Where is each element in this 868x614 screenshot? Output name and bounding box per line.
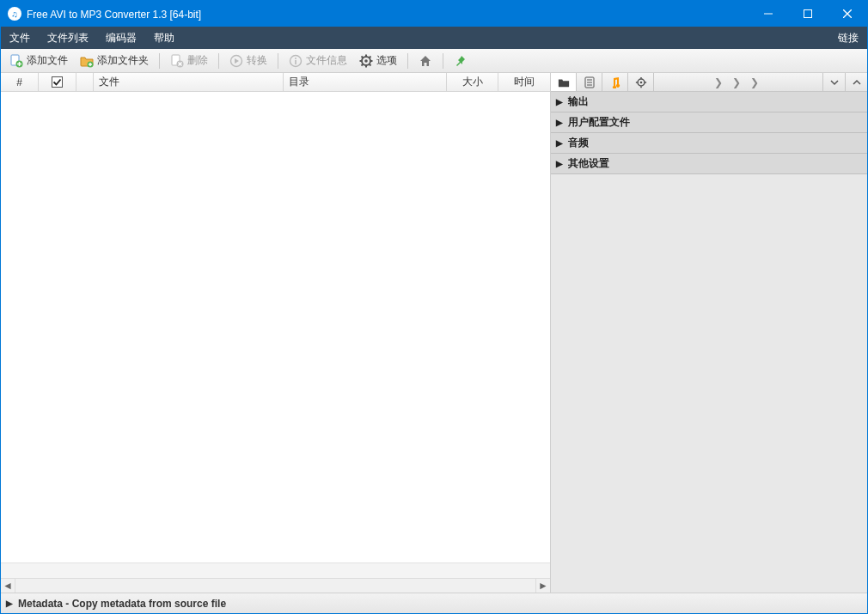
checkbox-icon <box>52 76 63 88</box>
toolbar-separator <box>218 53 219 69</box>
convert-icon <box>229 54 243 68</box>
expand-indicator[interactable]: ❯ ❯ ❯ <box>654 73 822 91</box>
svg-rect-30 <box>52 77 63 88</box>
footer-bar[interactable]: ▶ Metadata - Copy metadata from source f… <box>1 593 867 613</box>
minimize-button[interactable] <box>749 1 788 27</box>
settings-panel: ❯ ❯ ❯ ▶ 输出 ▶ 用户配置文件 ▶ 音频 ▶ 其他设置 <box>551 73 867 593</box>
col-number[interactable]: # <box>1 73 39 92</box>
section-other[interactable]: ▶ 其他设置 <box>551 154 867 174</box>
maximize-button[interactable] <box>788 1 828 27</box>
svg-line-27 <box>370 64 371 65</box>
chevron-right-icon: ▶ <box>6 599 13 608</box>
home-button[interactable] <box>413 52 437 70</box>
toolbar-separator <box>443 53 443 69</box>
col-size[interactable]: 大小 <box>447 73 498 92</box>
close-button[interactable] <box>828 1 867 27</box>
tab-folder[interactable] <box>551 73 577 91</box>
add-file-label: 添加文件 <box>27 53 68 68</box>
app-title: Free AVI to MP3 Converter 1.3 [64-bit] <box>27 8 201 21</box>
folder-icon <box>558 76 570 88</box>
home-icon <box>419 54 432 68</box>
menu-link[interactable]: 链接 <box>829 27 867 49</box>
section-audio[interactable]: ▶ 音频 <box>551 133 867 154</box>
chevron-right-icon: ▶ <box>556 97 563 106</box>
tab-audio[interactable] <box>602 73 628 91</box>
table-body[interactable] <box>1 92 550 562</box>
svg-line-26 <box>362 56 364 58</box>
content-area: # 文件 目录 大小 时间 ◄ ► <box>1 73 867 593</box>
scroll-right-icon[interactable]: ► <box>535 579 550 593</box>
status-row <box>1 562 550 578</box>
collapse-button[interactable] <box>822 73 845 91</box>
pin-button[interactable] <box>449 52 473 70</box>
add-file-button[interactable]: 添加文件 <box>4 52 73 70</box>
tab-document[interactable] <box>577 73 602 91</box>
section-output[interactable]: ▶ 输出 <box>551 92 867 112</box>
svg-point-21 <box>364 59 368 63</box>
close-icon <box>843 9 852 18</box>
toolbar-separator <box>159 53 160 69</box>
settings-accordion: ▶ 输出 ▶ 用户配置文件 ▶ 音频 ▶ 其他设置 <box>551 92 867 593</box>
menu-bar: 文件 文件列表 编码器 帮助 链接 <box>1 27 867 49</box>
chevron-right-icon: ▶ <box>556 159 563 168</box>
title-bar: ♫ Free AVI to MP3 Converter 1.3 [64-bit] <box>1 1 867 27</box>
scroll-left-icon[interactable]: ◄ <box>1 579 15 593</box>
menu-filelist[interactable]: 文件列表 <box>39 27 97 49</box>
app-icon: ♫ <box>8 7 21 21</box>
col-dir[interactable]: 目录 <box>284 73 447 92</box>
footer-label: Metadata - Copy metadata from source fil… <box>18 598 226 610</box>
svg-rect-1 <box>804 10 812 18</box>
pin-icon <box>454 54 468 68</box>
svg-marker-16 <box>235 58 239 64</box>
file-info-icon <box>289 54 303 68</box>
toolbar-separator <box>407 53 408 69</box>
menu-help[interactable]: 帮助 <box>145 27 183 49</box>
svg-line-29 <box>370 56 371 58</box>
gear-icon <box>359 54 373 68</box>
svg-point-18 <box>295 58 296 59</box>
toolbar-separator <box>278 53 278 69</box>
add-folder-button[interactable]: 添加文件夹 <box>75 52 154 70</box>
file-info-button[interactable]: 文件信息 <box>284 52 352 70</box>
file-list-panel: # 文件 目录 大小 时间 ◄ ► <box>1 73 551 593</box>
horizontal-scrollbar[interactable]: ◄ ► <box>1 578 550 593</box>
section-profile-label: 用户配置文件 <box>568 115 630 130</box>
chevron-up-icon <box>853 78 861 87</box>
options-button[interactable]: 选项 <box>354 52 402 70</box>
add-folder-icon <box>80 54 94 68</box>
add-file-icon <box>9 54 23 68</box>
settings-tabs: ❯ ❯ ❯ <box>551 73 867 92</box>
add-folder-label: 添加文件夹 <box>97 53 149 68</box>
delete-icon <box>170 54 184 68</box>
menu-file[interactable]: 文件 <box>1 27 39 49</box>
chevron-down-icon <box>830 78 839 87</box>
col-file[interactable]: 文件 <box>94 73 284 92</box>
document-icon <box>584 76 595 88</box>
options-label: 选项 <box>376 53 397 68</box>
file-info-label: 文件信息 <box>306 53 347 68</box>
gear-icon <box>635 76 647 88</box>
col-time[interactable]: 时间 <box>498 73 550 92</box>
section-output-label: 输出 <box>568 94 589 109</box>
minimize-icon <box>764 9 773 18</box>
chevron-right-icon: ▶ <box>556 138 563 148</box>
delete-button[interactable]: 删除 <box>165 52 213 70</box>
chevron-right-icon: ▶ <box>556 118 563 127</box>
expand-button[interactable] <box>845 73 867 91</box>
table-header: # 文件 目录 大小 时间 <box>1 73 550 92</box>
tab-settings[interactable] <box>628 73 654 91</box>
svg-point-36 <box>639 81 642 83</box>
col-check[interactable] <box>39 73 76 92</box>
svg-line-28 <box>362 64 364 65</box>
menu-encoder[interactable]: 编码器 <box>97 27 145 49</box>
toolbar: 添加文件 添加文件夹 删除 转换 文件信息 选项 <box>1 49 867 73</box>
section-profile[interactable]: ▶ 用户配置文件 <box>551 112 867 133</box>
svg-rect-19 <box>295 60 296 64</box>
section-audio-label: 音频 <box>568 136 589 150</box>
col-icon[interactable] <box>76 73 94 92</box>
convert-button[interactable]: 转换 <box>224 52 272 70</box>
section-other-label: 其他设置 <box>568 156 609 171</box>
convert-label: 转换 <box>247 53 267 68</box>
maximize-icon <box>804 9 812 18</box>
music-note-icon <box>610 76 620 88</box>
